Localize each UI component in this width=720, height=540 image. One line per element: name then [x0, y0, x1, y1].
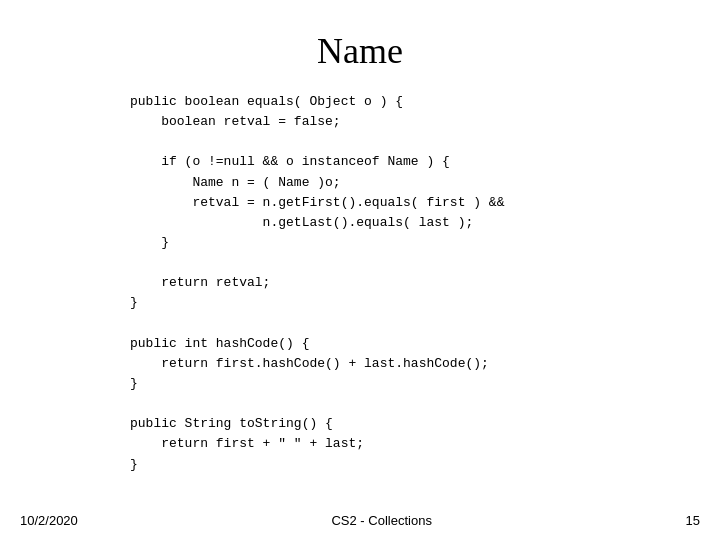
footer: 10/2/2020 CS2 - Collections 15	[0, 513, 720, 528]
footer-course: CS2 - Collections	[331, 513, 431, 528]
code-block: public boolean equals( Object o ) { bool…	[130, 92, 680, 475]
slide: Name public boolean equals( Object o ) {…	[0, 0, 720, 540]
footer-page: 15	[686, 513, 700, 528]
slide-title: Name	[40, 30, 680, 72]
footer-date: 10/2/2020	[20, 513, 78, 528]
